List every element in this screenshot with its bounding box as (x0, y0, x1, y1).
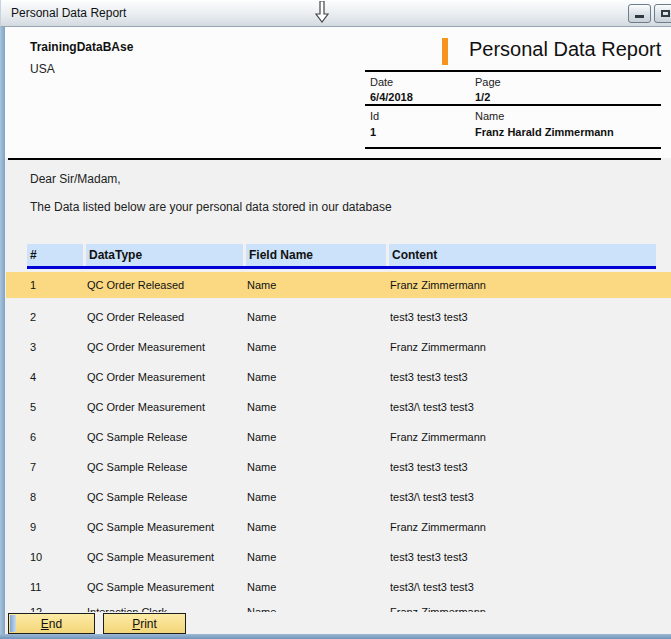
print-button[interactable]: Print (103, 613, 186, 634)
cell-content: Franz Zimmermann (390, 422, 671, 452)
table-row[interactable]: 5QC Order MeasurementNametest3/\ test3 t… (6, 392, 671, 422)
window-border-bottom (0, 634, 671, 639)
cell-datatype: Interaction Clerk (87, 597, 247, 613)
table-row[interactable]: 3QC Order MeasurementNameFranz Zimmerman… (6, 332, 671, 362)
cell-field: Name (247, 422, 390, 452)
meta-divider-middle (365, 104, 661, 106)
table-body: 1QC Order ReleasedNameFranz Zimmermann2Q… (6, 272, 671, 613)
cell-field: Name (247, 272, 390, 298)
table-header-underline (27, 266, 656, 269)
cell-content: test3 test3 test3 (390, 542, 671, 572)
cell-content: test3/\ test3 test3 (390, 392, 671, 422)
table-header-row: #DataTypeField NameContent (27, 244, 656, 266)
column-header-datatype[interactable]: DataType (86, 244, 243, 266)
cell-field: Name (247, 542, 390, 572)
cell-datatype: QC Order Released (87, 302, 247, 332)
minimize-button[interactable] (628, 4, 651, 23)
cell-content: Franz Zimmermann (390, 597, 671, 613)
cell-n: 8 (6, 482, 87, 512)
cell-datatype: QC Order Released (87, 272, 247, 298)
cell-n: 7 (6, 452, 87, 482)
column-header--[interactable]: # (27, 244, 83, 266)
table-row[interactable]: 12Interaction ClerkNameFranz Zimmermann (6, 597, 671, 613)
name-label: Name (475, 110, 504, 122)
cell-content: Franz Zimmermann (390, 332, 671, 362)
cell-n: 6 (6, 422, 87, 452)
intro-text: The Data listed below are your personal … (30, 200, 392, 214)
country-label: USA (30, 62, 55, 76)
cell-datatype: QC Sample Measurement (87, 512, 247, 542)
company-name: TrainingDataBAse (30, 40, 133, 54)
cell-n: 12 (6, 597, 87, 613)
cell-field: Name (247, 332, 390, 362)
cell-datatype: QC Sample Release (87, 452, 247, 482)
table-row[interactable]: 4QC Order MeasurementNametest3 test3 tes… (6, 362, 671, 392)
table-row[interactable]: 8QC Sample ReleaseNametest3/\ test3 test… (6, 482, 671, 512)
window-border-left (0, 27, 5, 639)
cell-content: Franz Zimmermann (390, 272, 671, 298)
personal-data-report-window: Personal Data Report TrainingDataBAse US… (0, 0, 671, 639)
cell-content: Franz Zimmermann (390, 512, 671, 542)
table-row[interactable]: 1QC Order ReleasedNameFranz Zimmermann (6, 272, 671, 298)
meta-divider-top (365, 70, 661, 72)
cell-field: Name (247, 512, 390, 542)
focus-indicator (10, 615, 16, 632)
table-row[interactable]: 7QC Sample ReleaseNametest3 test3 test3 (6, 452, 671, 482)
accent-bar (442, 38, 448, 65)
cell-n: 1 (6, 272, 87, 298)
cell-datatype: QC Order Measurement (87, 332, 247, 362)
window-title: Personal Data Report (11, 6, 126, 20)
date-value: 6/4/2018 (370, 91, 413, 103)
cell-content: test3 test3 test3 (390, 302, 671, 332)
table-row[interactable]: 6QC Sample ReleaseNameFranz Zimmermann (6, 422, 671, 452)
cell-field: Name (247, 362, 390, 392)
footer-bar: EndPrint (0, 612, 671, 634)
cell-field: Name (247, 302, 390, 332)
table-row[interactable]: 10QC Sample MeasurementNametest3 test3 t… (6, 542, 671, 572)
date-label: Date (370, 76, 393, 88)
window-controls (628, 4, 671, 23)
cell-content: test3 test3 test3 (390, 362, 671, 392)
cell-n: 5 (6, 392, 87, 422)
cell-datatype: QC Sample Release (87, 482, 247, 512)
column-header-field-name[interactable]: Field Name (246, 244, 386, 266)
cell-datatype: QC Order Measurement (87, 362, 247, 392)
cell-field: Name (247, 452, 390, 482)
name-value: Franz Harald Zimmermann (475, 126, 614, 138)
cell-n: 9 (6, 512, 87, 542)
meta-divider-bottom (365, 147, 661, 149)
id-value: 1 (370, 126, 376, 138)
cell-n: 3 (6, 332, 87, 362)
page-value: 1/2 (475, 91, 490, 103)
end-button[interactable]: End (8, 613, 95, 634)
maximize-button[interactable] (654, 4, 671, 23)
mouse-cursor-down-arrow-icon (313, 1, 331, 23)
report-title: Personal Data Report (469, 38, 661, 61)
column-header-content[interactable]: Content (389, 244, 656, 266)
greeting-text: Dear Sir/Madam, (30, 172, 121, 186)
cell-datatype: QC Sample Release (87, 422, 247, 452)
cell-n: 4 (6, 362, 87, 392)
report-header: TrainingDataBAse USA Personal Data Repor… (5, 27, 671, 158)
table-row[interactable]: 2QC Order ReleasedNametest3 test3 test3 (6, 302, 671, 332)
cell-n: 10 (6, 542, 87, 572)
page-label: Page (475, 76, 501, 88)
cell-datatype: QC Sample Measurement (87, 542, 247, 572)
cell-content: test3/\ test3 test3 (390, 482, 671, 512)
cell-field: Name (247, 392, 390, 422)
table-row[interactable]: 9QC Sample MeasurementNameFranz Zimmerma… (6, 512, 671, 542)
cell-field: Name (247, 597, 390, 613)
header-separator-line (8, 158, 661, 160)
cell-field: Name (247, 482, 390, 512)
minimize-icon (635, 15, 644, 18)
cell-content: test3 test3 test3 (390, 452, 671, 482)
cell-n: 2 (6, 302, 87, 332)
window-titlebar[interactable]: Personal Data Report (0, 0, 671, 27)
cell-datatype: QC Order Measurement (87, 392, 247, 422)
maximize-icon (661, 10, 670, 17)
id-label: Id (370, 110, 379, 122)
